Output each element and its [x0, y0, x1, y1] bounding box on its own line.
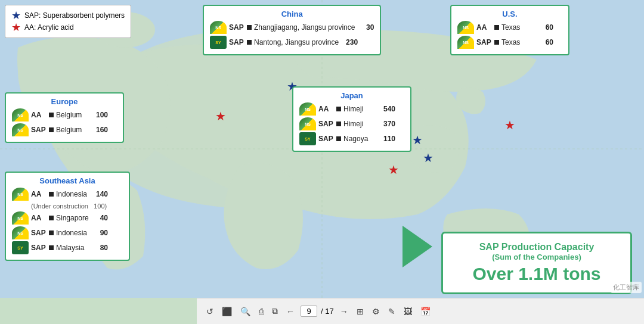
us-row-2: NS SAP Texas 60: [457, 36, 562, 49]
dot-us2: [494, 40, 499, 45]
sanyo-logo-cn1: SY: [210, 36, 227, 49]
ns-logo-sea2: NS: [12, 211, 29, 225]
us-row-1: NS AA Texas 60: [457, 21, 562, 34]
sea-row-3: NS SAP Indonesia 90: [12, 226, 123, 239]
watermark: 化工智库: [611, 282, 642, 293]
page-number-input[interactable]: [301, 306, 317, 317]
toolbar-img-btn[interactable]: 🖼: [401, 306, 414, 317]
toolbar-zoom-btn[interactable]: 🔍: [238, 306, 253, 317]
southeast-asia-title: Southeast Asia: [12, 176, 123, 185]
marker-europe: ★: [215, 109, 226, 123]
dot-2: [49, 127, 54, 132]
dot-1: [49, 113, 54, 117]
toolbar-cal-btn[interactable]: 📅: [418, 306, 433, 317]
sap-star-icon: ★: [11, 10, 21, 21]
dot-cn1: [247, 25, 252, 30]
ns-logo-jp1: NS: [299, 102, 316, 116]
dot-jp2: [336, 122, 341, 126]
toolbar-next-btn[interactable]: →: [338, 306, 351, 317]
legend-box: ★ SAP: Superabsorbent polymers ★ AA: Acr…: [5, 5, 131, 38]
toolbar-copy-btn[interactable]: ⧉: [270, 305, 280, 317]
dot-cn2: [247, 40, 252, 45]
dot-jp1: [336, 107, 341, 111]
ns-logo-2: NS: [12, 123, 29, 136]
marker-us: ★: [504, 118, 515, 132]
japan-row-1: NS AA Himeji 540: [299, 102, 404, 116]
ns-logo-us2: NS: [457, 36, 474, 49]
legend-sap-row: ★ SAP: Superabsorbent polymers: [11, 10, 125, 21]
china-row-1: NS SAP Zhangjiagang, Jiangsu province 30: [210, 21, 374, 34]
marker-sea: ★: [388, 163, 399, 177]
toolbar-save-btn[interactable]: ⬛: [219, 306, 234, 317]
sea-row-1: NS AA Indonesia 140: [12, 188, 123, 201]
europe-row-2: NS SAP Belgium 160: [12, 123, 117, 136]
ns-logo-jp2: NS: [299, 117, 316, 130]
legend-aa-row: ★ AA: Acrylic acid: [11, 22, 125, 33]
china-box: China NS SAP Zhangjiagang, Jiangsu provi…: [203, 5, 381, 55]
china-row-2: SY SAP Nantong, Jiangsu province 230: [210, 36, 374, 49]
china-title: China: [210, 10, 374, 18]
marker-japan-nagoya: ★: [423, 151, 434, 165]
sea-note: (Under construction 100): [12, 202, 123, 210]
europe-box: Europe NS AA Belgium 100 NS SAP Belgium …: [5, 92, 124, 143]
capacity-value: Over 1.1M tons: [455, 264, 618, 284]
green-arrow: [402, 226, 432, 267]
sea-row-2: NS AA Singapore 40: [12, 211, 123, 225]
toolbar-edit-btn[interactable]: ✎: [386, 306, 398, 317]
japan-row-3: SY SAP Nagoya 110: [299, 132, 404, 145]
dot-sea2: [49, 216, 54, 220]
dot-sea1: [49, 192, 54, 197]
dot-sea4: [49, 245, 54, 250]
ns-logo-us1: NS: [457, 21, 474, 34]
us-title: U.S.: [457, 10, 562, 18]
japan-box: Japan NS AA Himeji 540 NS SAP Himeji 370…: [292, 86, 411, 152]
dot-us1: [494, 25, 499, 30]
europe-row-1: NS AA Belgium 100: [12, 108, 117, 122]
capacity-box: SAP Production Capacity (Sum of the Comp…: [441, 232, 632, 294]
japan-row-2: NS SAP Himeji 370: [299, 117, 404, 130]
toolbar-print-btn[interactable]: ⎙: [256, 306, 266, 317]
sea-row-4: SY SAP Malaysia 80: [12, 241, 123, 254]
aa-star-icon: ★: [11, 22, 21, 33]
page-total: / 17: [321, 307, 334, 316]
dot-sea3: [49, 230, 54, 235]
ns-logo-cn1: NS: [210, 21, 227, 34]
toolbar-grid-btn[interactable]: ⊞: [354, 306, 366, 317]
sanyo-logo-jp1: SY: [299, 132, 316, 145]
ns-logo-sea1: NS: [12, 188, 29, 201]
toolbar-prev-btn[interactable]: ←: [284, 306, 297, 317]
toolbar: ↺ ⬛ 🔍 ⎙ ⧉ ← / 17 → ⊞ ⚙ ✎ 🖼 📅: [197, 298, 644, 324]
europe-title: Europe: [12, 97, 117, 106]
legend-sap-label: SAP: Superabsorbent polymers: [24, 11, 125, 20]
capacity-title: SAP Production Capacity: [455, 242, 618, 253]
sanyo-logo-sea1: SY: [12, 241, 29, 254]
southeast-asia-box: Southeast Asia NS AA Indonesia 140 (Unde…: [5, 172, 130, 261]
marker-japan-sap: ★: [412, 133, 423, 147]
ns-logo-1: NS: [12, 108, 29, 122]
japan-title: Japan: [299, 91, 404, 100]
toolbar-settings-btn[interactable]: ⚙: [370, 306, 382, 317]
toolbar-refresh-btn[interactable]: ↺: [204, 306, 216, 317]
ns-logo-sea3: NS: [12, 226, 29, 239]
us-box: U.S. NS AA Texas 60 NS SAP Texas 60: [450, 5, 569, 55]
legend-aa-label: AA: Acrylic acid: [24, 23, 74, 32]
dot-jp3: [336, 136, 341, 141]
capacity-subtitle: (Sum of the Companies): [455, 253, 618, 261]
